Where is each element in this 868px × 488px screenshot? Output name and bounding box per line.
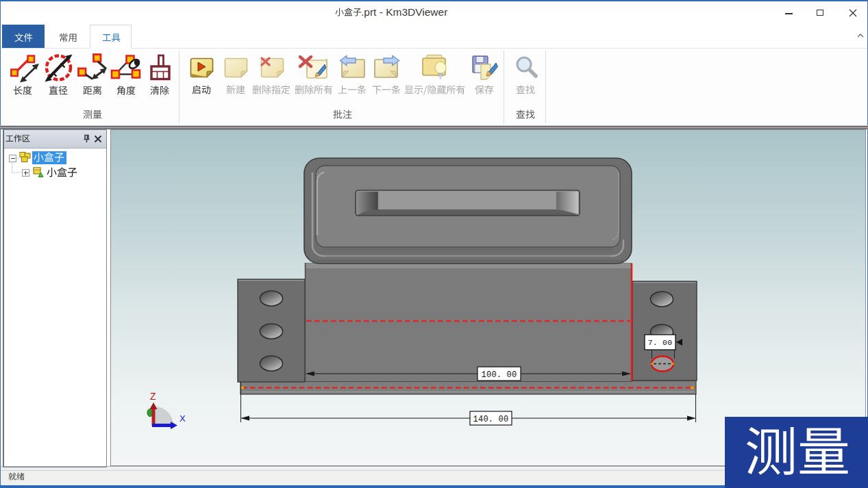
svg-text:X: X: [179, 413, 186, 424]
svg-text:7. 00: 7. 00: [648, 338, 673, 347]
svg-text:140. 00: 140. 00: [473, 415, 509, 424]
svg-text:Z: Z: [150, 391, 156, 402]
svg-text:100. 00: 100. 00: [482, 370, 517, 380]
